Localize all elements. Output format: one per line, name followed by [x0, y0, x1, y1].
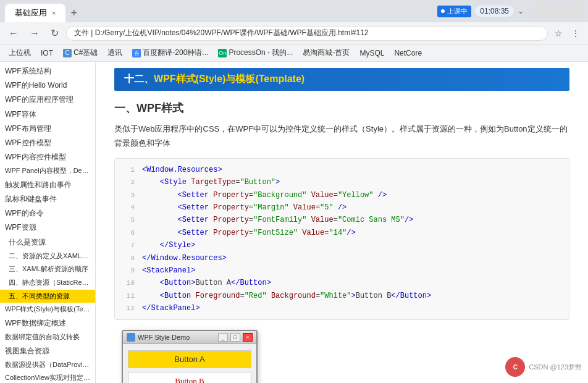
tab-bar: 基础应用 × +: [5, 0, 82, 22]
sidebar-item-wpf-system[interactable]: WPF系统结构: [0, 64, 95, 78]
tab-close-button[interactable]: ×: [52, 9, 56, 17]
code-line-2: 2 <Style TargetType="Button">: [115, 176, 569, 188]
bookmark-mysql[interactable]: MySQL: [356, 48, 388, 59]
bookmark-shangweiji[interactable]: 上位机: [5, 46, 35, 59]
sidebar-item-control-model[interactable]: WPF控件模型: [0, 136, 95, 150]
forward-button[interactable]: →: [26, 25, 43, 41]
description-text: 类似于Web应用程序中的CSS，在WPF中可以为控件定义统一的样式（Style）…: [114, 122, 569, 151]
code-line-8: 8 </Window.Resources>: [115, 252, 569, 264]
sidebar-item-app-manage[interactable]: WPF的应用程序管理: [0, 93, 95, 107]
live-label: 上课中: [447, 7, 468, 16]
demo-close-button[interactable]: ×: [243, 333, 253, 342]
code-line-5: 5 <Setter Property="FontFamily" Value="C…: [115, 214, 569, 226]
sidebar-item-content-model[interactable]: WPF内容控件模型: [0, 150, 95, 164]
sidebar-item-keyboard[interactable]: 鼠标和键盘事件: [0, 192, 95, 206]
new-tab-button[interactable]: +: [65, 4, 82, 22]
bookmark-yitao[interactable]: 易淘商城-首页: [299, 46, 353, 59]
demo-minimize-button[interactable]: _: [218, 333, 228, 342]
main-layout: WPF系统结构 WPF的Hello World WPF的应用程序管理 WPF容体…: [0, 62, 588, 383]
sidebar-item-trigger[interactable]: 触发属性和路由事件: [0, 178, 95, 192]
demo-content: Button A Button B: [123, 344, 256, 383]
bookmark-bar: 上位机 IOT CC#基础 通讯 百百度翻译-200种语... OnProces…: [0, 44, 588, 62]
demo-window-title: WPF Style Demo: [138, 334, 216, 341]
active-tab[interactable]: 基础应用 ×: [5, 4, 65, 22]
refresh-button[interactable]: ↻: [47, 25, 62, 41]
sidebar-item-what-resource[interactable]: 什么是资源: [0, 235, 95, 250]
sidebar-item-dataprovider[interactable]: 数据源提供器（DataProvider）: [0, 358, 95, 372]
content-area: 十二、WPF样式(Style)与模板(Template) 一、WPF样式 类似于…: [96, 62, 588, 383]
chapter-header: 十二、WPF样式(Style)与模板(Template): [114, 68, 569, 91]
sidebar-item-style-template[interactable]: WPF样式(Style)与模板(Template): [0, 303, 95, 316]
expand-icon[interactable]: ⌄: [518, 7, 524, 15]
sidebar-item-binding[interactable]: WPF数据绑定概述: [0, 316, 95, 330]
sidebar-item-resource[interactable]: WPF资源: [0, 221, 95, 235]
bookmark-tongxun[interactable]: 通讯: [104, 46, 126, 59]
sidebar-item-container[interactable]: WPF容体: [0, 107, 95, 122]
wpf-demo-window: WPF Style Demo _ □ × Button A Button B: [122, 330, 258, 383]
demo-button-a[interactable]: Button A: [128, 350, 251, 368]
sidebar-item-resource-parse[interactable]: 三、XAML解析资源的顺序: [0, 263, 95, 276]
sidebar-item-resource-def[interactable]: 二、资源的定义及XAML中引用: [0, 250, 95, 263]
live-badge: 上课中: [437, 6, 471, 17]
bookmark-netcore[interactable]: NetCore: [390, 48, 426, 59]
csdn-logo: C: [505, 357, 525, 377]
code-line-4: 4 <Setter Property="Margin" Value="5" />: [115, 201, 569, 214]
code-line-3: 3 <Setter Property="Background" Value="Y…: [115, 189, 569, 201]
csdn-watermark: C CSDN @123梦野: [505, 357, 582, 377]
code-line-1: 1 <Window.Resources>: [115, 164, 569, 176]
toolbar-icons: ☆ ⋮: [552, 27, 583, 40]
tab-title: 基础应用: [15, 7, 47, 19]
bookmark-csharp[interactable]: CC#基础: [59, 46, 101, 59]
menu-button[interactable]: ⋮: [568, 27, 583, 40]
chapter-title-highlight: WPF样式(Style)与模板(Template): [154, 74, 304, 84]
live-dot: [441, 9, 445, 13]
bookmark-baidu[interactable]: 百百度翻译-200种语...: [128, 46, 212, 59]
window-controls: [534, 4, 583, 18]
chapter-prefix: 十二、: [124, 74, 154, 84]
section1-title: 一、WPF样式: [114, 101, 569, 116]
sidebar-item-converter[interactable]: 数据绑定值的自动义转换: [0, 330, 95, 344]
code-line-7: 7 </Style>: [115, 239, 569, 251]
sidebar-item-command[interactable]: WPF的命令: [0, 206, 95, 221]
sidebar-item-layout[interactable]: WPF布局管理: [0, 122, 95, 136]
sidebar-item-resource-types[interactable]: 五、不同类型的资源: [0, 290, 95, 303]
code-block: 1 <Window.Resources> 2 <Style TargetType…: [114, 158, 569, 321]
code-line-10: 10 <Button>Button A</Button>: [115, 277, 569, 289]
demo-titlebar: WPF Style Demo _ □ ×: [123, 331, 256, 344]
code-line-9: 9 <StackPanel>: [115, 264, 569, 277]
browser-toolbar: ← → ↻ ☆ ⋮: [0, 22, 588, 44]
sidebar-item-collectionview[interactable]: CollectionView实现对指定数据的排...: [0, 371, 95, 383]
sidebar: WPF系统结构 WPF的Hello World WPF的应用程序管理 WPF容体…: [0, 62, 96, 383]
star-button[interactable]: ☆: [552, 27, 566, 40]
bookmark-iot[interactable]: IOT: [37, 48, 57, 59]
sidebar-item-hello-world[interactable]: WPF的Hello World: [0, 78, 95, 93]
class-timer: 01:08:35: [475, 6, 514, 17]
demo-window-icon: [127, 333, 135, 342]
sidebar-item-static-resource[interactable]: 四、静态资源（StaticResource）和...: [0, 276, 95, 290]
sidebar-item-collection[interactable]: 视图集合资源: [0, 344, 95, 358]
code-line-6: 6 <Setter Property="FontSize" Value="14"…: [115, 227, 569, 239]
browser-titlebar: 基础应用 × + 上课中 01:08:35 ⌄: [0, 0, 588, 22]
address-bar[interactable]: [66, 26, 548, 41]
code-line-12: 12 </StackPanel>: [115, 302, 569, 314]
demo-maximize-button[interactable]: □: [230, 333, 240, 342]
sidebar-item-panel[interactable]: WPF Panel内容模型，Decorator内容模: [0, 164, 95, 178]
code-line-11: 11 <Button Foreground="Red" Background="…: [115, 290, 569, 302]
back-button[interactable]: ←: [5, 25, 22, 41]
demo-button-b[interactable]: Button B: [128, 372, 251, 383]
csdn-label: CSDN @123梦野: [529, 363, 582, 372]
bookmark-processon[interactable]: OnProcessOn - 我的...: [214, 46, 296, 59]
